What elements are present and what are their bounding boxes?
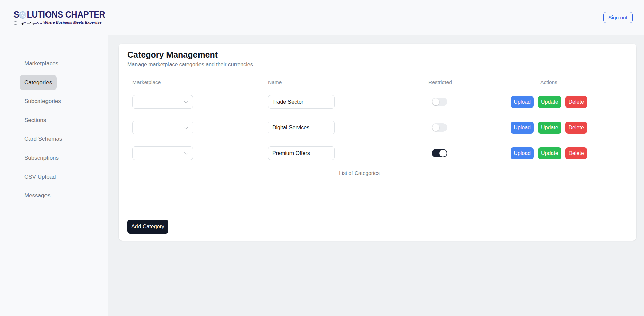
header-restricted: Restricted [423,75,506,89]
category-row: Upload Update Delete [127,89,591,115]
upload-button[interactable]: Upload [511,122,534,134]
upload-button[interactable]: Upload [511,147,534,159]
app-root: SLUTIONS CHAPTER Where Business Meets Ex… [0,0,644,316]
category-management-card: Category Management Manage marketplace c… [119,44,636,241]
logo-decoration-icon [13,21,42,25]
row-actions: Upload Update Delete [511,147,586,159]
marketplace-select[interactable] [132,95,193,109]
top-header: SLUTIONS CHAPTER Where Business Meets Ex… [0,0,644,35]
row-actions: Upload Update Delete [511,122,586,134]
delete-button[interactable]: Delete [565,147,587,159]
name-cell [263,115,423,140]
name-cell [263,89,423,115]
main-content: Category Management Manage marketplace c… [108,35,644,316]
header-name: Name [263,75,423,89]
marketplace-cell [127,115,263,140]
brand-text-post: LUTIONS CHAPTER [27,10,105,20]
category-name-input[interactable] [268,146,335,160]
sidebar-item-marketplaces[interactable]: Marketplaces [20,56,63,71]
brand-tagline-row: Where Business Meets Expertise [13,20,105,25]
table-header-row: Marketplace Name Restricted Actions [127,75,591,89]
toggle-knob [439,150,447,157]
delete-button[interactable]: Delete [565,122,587,134]
marketplace-select-wrap [132,121,193,134]
body-row: MarketplacesCategoriesSubcategoriesSecti… [0,35,644,316]
delete-button[interactable]: Delete [565,96,587,108]
marketplace-cell [127,89,263,115]
header-actions: Actions [506,75,591,89]
actions-cell: Upload Update Delete [506,140,591,166]
upload-button[interactable]: Upload [511,96,534,108]
table-caption: List of Categories [127,166,591,183]
category-row: Upload Update Delete [127,115,591,140]
globe-icon [19,11,26,19]
marketplace-select[interactable] [132,146,193,160]
update-button[interactable]: Update [538,122,561,134]
page-title: Category Management [127,50,627,60]
sidebar-item-sections[interactable]: Sections [20,113,51,128]
sidebar-item-card-schemas[interactable]: Card Schemas [20,131,67,147]
category-row: Upload Update Delete [127,140,591,166]
restricted-cell [423,115,506,140]
brand-tagline: Where Business Meets Expertise [43,20,101,25]
restricted-toggle[interactable] [432,149,447,157]
header-marketplace: Marketplace [127,75,263,89]
add-category-button[interactable]: Add Category [127,220,168,234]
brand-wordmark: SLUTIONS CHAPTER [13,10,105,20]
update-button[interactable]: Update [538,147,561,159]
brand-text-pre: S [13,10,19,20]
marketplace-select-wrap [132,146,193,160]
restricted-cell [423,140,506,166]
sidebar-item-categories[interactable]: Categories [20,75,57,90]
category-name-input[interactable] [268,121,335,134]
toggle-knob [432,98,439,105]
update-button[interactable]: Update [538,96,561,108]
restricted-toggle[interactable] [432,98,447,106]
marketplace-select[interactable] [132,121,193,134]
categories-table: Marketplace Name Restricted Actions [127,75,591,166]
restricted-toggle[interactable] [432,123,447,132]
row-actions: Upload Update Delete [511,96,586,108]
actions-cell: Upload Update Delete [506,115,591,140]
name-cell [263,140,423,166]
marketplace-cell [127,140,263,166]
sidebar-item-subcategories[interactable]: Subcategories [20,94,66,109]
sidebar: MarketplacesCategoriesSubcategoriesSecti… [0,35,108,316]
page-subtitle: Manage marketplace categories and their … [127,62,627,68]
category-name-input[interactable] [268,95,335,109]
actions-cell: Upload Update Delete [506,89,591,115]
sidebar-item-subscriptions[interactable]: Subscriptions [20,150,63,166]
toggle-knob [432,124,439,131]
sign-out-button[interactable]: Sign out [603,12,633,23]
brand-logo: SLUTIONS CHAPTER Where Business Meets Ex… [13,10,105,25]
sidebar-item-messages[interactable]: Messages [20,188,55,203]
marketplace-select-wrap [132,95,193,109]
sidebar-item-csv-upload[interactable]: CSV Upload [20,169,61,185]
restricted-cell [423,89,506,115]
